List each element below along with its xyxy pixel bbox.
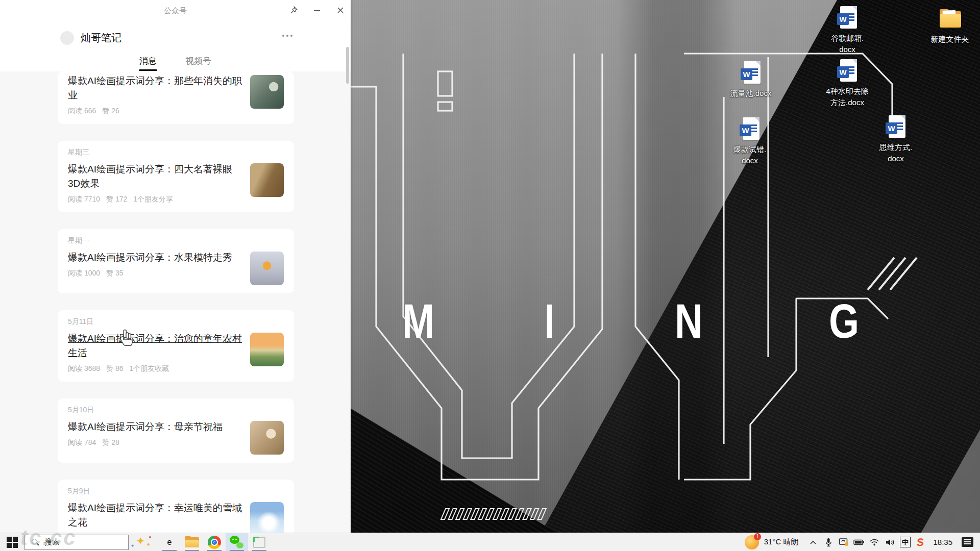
article-date: 星期一 [68,236,284,245]
article-card[interactable]: 5月11日 爆款AI绘画提示词分享：治愈的童年农村生活 阅读 3688赞 861… [58,310,294,382]
article-card[interactable]: 5月9日 爆款AI绘画提示词分享：幸运唯美的雪域之花 阅读 876赞 33 [58,480,294,533]
action-center-button[interactable] [960,533,975,551]
desktop-icon[interactable]: W 谷歌邮箱.docx [823,6,872,55]
sogou-input-button[interactable]: S [913,533,928,551]
article-list: 爆款AI绘画提示词分享：那些年消失的职业 阅读 666赞 26 星期三 爆款AI… [0,71,351,533]
wallpaper-letter: G [829,297,859,345]
ime-indicator[interactable]: 中 [897,533,913,551]
article-thumbnail[interactable] [250,421,284,455]
tab-messages[interactable]: 消息 [139,55,157,73]
like-count: 赞 28 [102,438,119,446]
taskbar-search-box[interactable]: 搜索 [24,535,129,550]
like-count: 赞 172 [106,195,127,203]
windows-logo-icon [7,537,18,548]
article-card[interactable]: 5月10日 爆款AI绘画提示词分享：母亲节祝福 阅读 784赞 28 [58,398,294,463]
sogou-icon: S [916,536,925,548]
desktop-icon-label: 方法.docx [823,97,872,108]
article-thumbnail[interactable] [250,252,284,285]
weather-widget[interactable]: 1 31°C 晴朗 [745,535,799,549]
start-button[interactable] [0,533,24,551]
tab-channels-label: 视频号 [185,56,211,66]
wechat-header: 公众号 [0,0,351,71]
window-controls [287,4,347,16]
wechat-icon [230,536,244,549]
read-count: 阅读 784 [68,438,96,446]
wallpaper-letter: I [544,297,555,345]
chevron-up-icon [810,540,817,545]
wechat-taskbar-button[interactable] [226,533,248,551]
article-title[interactable]: 爆款AI绘画提示词分享：水果模特走秀 [68,251,243,265]
like-count: 赞 86 [106,364,123,372]
friend-activity: 1个朋友分享 [133,195,173,203]
show-hidden-icons-button[interactable] [805,533,821,551]
account-name[interactable]: 灿哥笔记 [81,31,121,45]
network-tray-button[interactable] [867,533,882,551]
pin-button[interactable] [287,4,300,16]
article-stats: 阅读 784赞 28 [68,438,243,447]
article-title[interactable]: 爆款AI绘画提示词分享：四大名著裸眼3D效果 [68,162,243,191]
chrome-browser-icon: e [208,536,221,549]
article-title[interactable]: 爆款AI绘画提示词分享：母亲节祝福 [68,420,243,434]
article-card[interactable]: 星期一 爆款AI绘画提示词分享：水果模特走秀 阅读 1000赞 35 [58,229,294,293]
article-title[interactable]: 爆款AI绘画提示词分享：幸运唯美的雪域之花 [68,501,243,530]
mouse-cursor [118,329,134,346]
word-document-icon: W [739,117,761,142]
tab-bar: 消息 视频号 [0,55,351,73]
article-card[interactable]: 星期三 爆款AI绘画提示词分享：四大名著裸眼3D效果 阅读 7710赞 1721… [58,141,294,212]
display-sync-icon [839,538,849,547]
scrollbar[interactable] [346,47,349,84]
screen: MING W 谷歌邮箱.docx 新建文件夹 W 流量池.docx W 4种水印… [0,0,980,551]
microphone-icon [824,538,832,547]
article-thumbnail[interactable] [250,163,284,197]
desktop-icon-label: 思维方式. [871,142,920,153]
speaker-icon [885,538,895,546]
desktop-icon[interactable]: W 爆款试错.docx [725,117,774,166]
like-count: 赞 26 [102,107,119,115]
sparkle-star-icon: ✦ [146,542,151,547]
weather-text: 31°C 晴朗 [764,537,799,547]
tab-channels[interactable]: 视频号 [185,55,211,73]
article-stats: 阅读 666赞 26 [68,107,243,116]
read-count: 阅读 1000 [68,269,100,277]
close-button[interactable] [334,4,347,16]
display-sync-tray-button[interactable] [836,533,851,551]
article-thumbnail[interactable] [250,502,284,533]
more-options-button[interactable] [282,35,292,37]
chrome-taskbar-button[interactable]: e [203,533,226,551]
desktop-icon-label: docx [823,44,872,55]
article-stats: 阅读 7710赞 1721个朋友分享 [68,195,243,204]
browser-e-taskbar-button[interactable]: e [158,533,181,551]
word-document-icon: W [836,6,859,31]
wallpaper-letter: M [402,297,434,345]
article-thumbnail[interactable] [250,333,284,366]
desktop-icon-label: 流量池.docx [726,88,775,99]
desktop-icon[interactable]: 新建文件夹 [925,7,974,45]
tab-messages-label: 消息 [139,56,157,66]
screenshot-tool-taskbar-button[interactable] [248,533,271,551]
read-count: 阅读 666 [68,107,96,115]
search-highlights-icon[interactable]: ✦ ✦ ✦ [129,533,155,551]
screen-capture-icon [253,537,265,548]
minimize-button[interactable] [311,4,323,16]
account-avatar[interactable] [60,31,74,45]
article-title[interactable]: 爆款AI绘画提示词分享：那些年消失的职业 [68,74,243,103]
taskbar: 搜索 ✦ ✦ ✦ e e [0,533,980,551]
weather-sun-icon: 1 [745,535,759,549]
battery-tray-button[interactable] [851,533,867,551]
article-thumbnail[interactable] [250,75,284,109]
desktop-icon-label: 4种水印去除 [823,86,872,97]
article-card[interactable]: 爆款AI绘画提示词分享：那些年消失的职业 阅读 666赞 26 [58,71,294,124]
article-title[interactable]: 爆款AI绘画提示词分享：治愈的童年农村生活 [68,332,243,360]
desktop-icon[interactable]: W 4种水印去除方法.docx [823,59,872,108]
read-count: 阅读 7710 [68,195,100,203]
file-explorer-taskbar-button[interactable] [181,533,203,551]
microphone-tray-button[interactable] [821,533,836,551]
desktop-icon[interactable]: W 思维方式.docx [871,115,920,164]
volume-tray-button[interactable] [882,533,897,551]
desktop-icon[interactable]: W 流量池.docx [726,61,775,99]
minimize-icon [313,6,321,14]
taskbar-clock[interactable]: 18:35 [933,538,952,546]
desktop-icon-label: 爆款试错. [725,144,774,155]
word-document-icon: W [885,115,907,140]
sparkle-star-icon: ✦ [131,544,135,548]
